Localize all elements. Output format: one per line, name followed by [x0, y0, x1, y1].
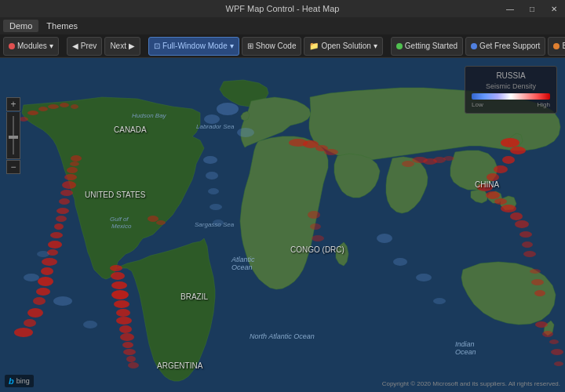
- buy-icon: [553, 43, 560, 49]
- svg-point-49: [501, 205, 516, 212]
- svg-point-58: [551, 349, 563, 355]
- getting-started-icon: [396, 43, 403, 49]
- canada-label: CANADA: [114, 125, 147, 134]
- svg-point-52: [519, 231, 532, 238]
- bing-icon: b: [9, 376, 14, 386]
- close-button[interactable]: ✕: [543, 0, 565, 17]
- zoom-thumb: [9, 136, 18, 139]
- svg-point-14: [56, 208, 69, 214]
- seismic-legend: RUSSIA Seismic Density Low High: [465, 66, 557, 114]
- n-atlantic-label: North Atlantic Ocean: [250, 332, 315, 340]
- svg-point-56: [542, 331, 553, 337]
- brazil-label: BRAZIL: [180, 292, 208, 301]
- svg-point-79: [416, 274, 432, 281]
- svg-point-47: [486, 191, 500, 199]
- svg-point-89: [402, 161, 414, 167]
- legend-low: Low: [472, 101, 483, 108]
- svg-point-13: [56, 216, 67, 222]
- svg-point-15: [59, 198, 70, 205]
- maximize-button[interactable]: □: [521, 0, 543, 17]
- modules-button[interactable]: Modules ▾: [3, 37, 59, 56]
- menu-themes[interactable]: Themes: [40, 20, 84, 32]
- indian-ocean-label: Indian: [455, 340, 475, 348]
- getting-started-button[interactable]: Getting Started: [391, 37, 463, 56]
- gulf-mexico-label: Gulf of: [110, 216, 129, 223]
- china-label: CHINA: [475, 180, 499, 189]
- support-icon: [471, 43, 477, 49]
- labrador-label: Labrador Sea: [196, 123, 235, 130]
- svg-point-33: [126, 356, 136, 362]
- svg-point-48: [494, 198, 507, 205]
- open-solution-button[interactable]: 📁 Open Solution ▾: [304, 37, 382, 56]
- copyright-text: Copyright © 2020 Microsoft and its suppl…: [382, 380, 560, 387]
- minimize-button[interactable]: —: [499, 0, 521, 17]
- svg-point-10: [48, 241, 62, 249]
- svg-point-78: [393, 258, 407, 266]
- zoom-in-button[interactable]: +: [6, 97, 20, 111]
- svg-point-40: [324, 149, 338, 155]
- prev-button[interactable]: ◀ Prev: [67, 37, 103, 56]
- zoom-out-button[interactable]: −: [6, 160, 20, 174]
- map-area[interactable]: CANADA UNITED STATES BRAZIL CHINA ARGENT…: [0, 58, 565, 392]
- svg-point-35: [148, 216, 159, 222]
- svg-point-83: [83, 321, 97, 328]
- svg-point-84: [37, 251, 49, 257]
- svg-point-34: [128, 362, 139, 368]
- svg-point-12: [54, 223, 64, 230]
- svg-point-32: [123, 349, 136, 355]
- toolbar: Modules ▾ ◀ Prev Next ▶ ⊡ Full-Window Mo…: [0, 34, 565, 58]
- menu-demo[interactable]: Demo: [3, 20, 38, 32]
- svg-point-82: [24, 274, 39, 281]
- svg-point-86: [310, 223, 321, 230]
- get-free-support-button[interactable]: Get Free Support: [465, 37, 545, 56]
- svg-point-68: [71, 104, 78, 109]
- svg-point-3: [27, 308, 43, 318]
- svg-point-41: [501, 138, 519, 147]
- svg-point-87: [312, 235, 324, 241]
- svg-point-36: [156, 220, 166, 225]
- svg-point-42: [510, 147, 526, 154]
- legend-gradient: [472, 93, 550, 100]
- us-label: UNITED STATES: [85, 191, 146, 199]
- svg-point-28: [116, 317, 132, 325]
- svg-point-62: [530, 269, 541, 274]
- svg-point-23: [111, 272, 125, 280]
- svg-point-64: [27, 111, 38, 115]
- svg-point-6: [38, 277, 53, 286]
- svg-point-27: [116, 309, 130, 317]
- svg-point-85: [308, 211, 320, 219]
- svg-point-59: [554, 361, 563, 366]
- buy-now-button[interactable]: Buy Now: [548, 37, 565, 56]
- legend-subtitle: Seismic Density: [472, 82, 550, 90]
- indian-ocean-label-2: Ocean: [455, 348, 476, 356]
- svg-point-2: [24, 319, 36, 327]
- svg-point-81: [53, 296, 72, 306]
- svg-point-20: [70, 162, 79, 166]
- svg-point-53: [522, 241, 533, 248]
- svg-point-7: [41, 267, 53, 275]
- svg-point-26: [114, 300, 129, 308]
- svg-point-16: [60, 190, 73, 196]
- svg-point-51: [515, 220, 529, 228]
- gulf-mexico-label-2: Mexico: [111, 223, 132, 230]
- svg-point-73: [206, 172, 218, 180]
- show-code-button[interactable]: ⊞ Show Code: [242, 37, 302, 56]
- svg-point-80: [433, 298, 446, 304]
- svg-point-25: [111, 290, 129, 299]
- svg-point-21: [71, 155, 82, 162]
- svg-point-54: [523, 251, 536, 257]
- svg-point-61: [531, 279, 544, 285]
- congo-label: CONGO (DRC): [290, 245, 344, 254]
- svg-point-30: [120, 333, 134, 341]
- atlantic-label-2: Ocean: [231, 263, 253, 271]
- svg-point-29: [119, 325, 132, 333]
- zoom-slider[interactable]: [6, 112, 20, 159]
- svg-point-65: [38, 107, 48, 111]
- svg-point-43: [502, 156, 515, 164]
- sargasso-label: Sargasso Sea: [195, 221, 235, 228]
- next-button[interactable]: Next ▶: [104, 37, 140, 56]
- full-window-mode-button[interactable]: ⊡ Full-Window Mode ▾: [148, 37, 239, 56]
- svg-point-8: [42, 258, 57, 266]
- bing-logo: b bing: [5, 375, 34, 387]
- argentina-label: ARGENTINA: [157, 361, 203, 370]
